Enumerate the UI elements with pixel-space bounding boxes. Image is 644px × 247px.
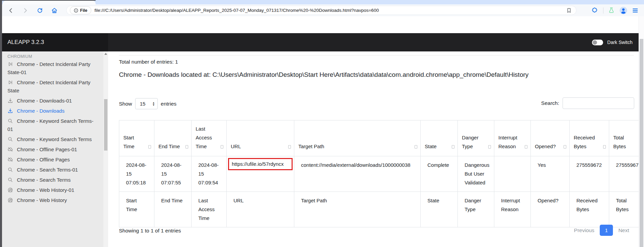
file-scheme-chip[interactable]: File [70, 7, 91, 14]
active-tab[interactable] [3, 1, 96, 4]
sidebar-item-label: Chrome - Detect Incidental Party State-0… [7, 61, 91, 75]
sidebar-item-keyword-search-terms-01[interactable]: Chrome - Keyword Search Terms-01 [7, 117, 97, 133]
scrollbar-up-arrow[interactable] [104, 53, 107, 55]
column-header-url[interactable]: URL [227, 120, 294, 156]
footer-url: URL [227, 192, 294, 227]
sidebar-item-detect-incidental-party-state-01[interactable]: Chrome - Detect Incidental Party State-0… [7, 60, 97, 76]
search-control: Search: [541, 97, 634, 109]
cell-url: https://ufile.io/57rdyncx [227, 156, 294, 192]
show-label: Show [119, 101, 132, 107]
back-icon[interactable] [7, 7, 15, 14]
column-header-received-bytes[interactable]: Received Bytes [570, 120, 609, 156]
cloud-off-icon [7, 147, 13, 152]
search-input[interactable] [563, 97, 634, 109]
sidebar-item-keyword-search-terms[interactable]: Chrome - Keyword Search Terms [7, 135, 97, 143]
downloads-table: Start Time End Time Last Access Time URL… [119, 120, 639, 227]
footer-state: State [421, 192, 458, 227]
sidebar-item-downloads-01[interactable]: Chrome - Downloads-01 [7, 97, 97, 105]
download-icon [7, 108, 13, 114]
skip-next-icon [7, 80, 13, 85]
column-header-end-time[interactable]: End Time [154, 120, 192, 156]
sidebar-item-label: Chrome - Keyword Search Terms [17, 136, 92, 142]
page-length-value: 15 [140, 101, 146, 107]
page-length-select[interactable]: 15 ▴▾ [135, 98, 158, 109]
sidebar-item-label: Chrome - Web History-01 [17, 187, 74, 193]
cell-opened: Yes [531, 156, 570, 192]
sort-icon [452, 145, 454, 149]
browser-tab-strip [0, 0, 644, 4]
extensions-puzzle-icon[interactable] [592, 7, 599, 14]
forward-icon[interactable] [22, 7, 29, 14]
chrome-icon [7, 197, 13, 203]
cell-total-bytes: 275559672 [609, 156, 639, 192]
sort-icon [564, 145, 566, 149]
footer-danger-type: Danger Type [458, 192, 494, 227]
search-label: Search: [541, 100, 559, 106]
dark-mode-toggle[interactable] [592, 40, 603, 45]
url-text[interactable]: file:///C:/Users/Administrator/Desktop/a… [95, 8, 566, 13]
total-entries-text: Total number of entries: 1 [119, 59, 178, 65]
downloads-table-wrapper: Start Time End Time Last Access Time URL… [119, 120, 639, 247]
menu-hamburger-icon[interactable] [632, 7, 639, 14]
sort-icon [525, 145, 527, 149]
sidebar-item-label: Chrome - Offline Pages-01 [17, 147, 77, 152]
main-content: Total number of entries: 1 Chrome - Down… [108, 51, 639, 247]
address-bar[interactable]: File file:///C:/Users/Administrator/Desk… [66, 6, 576, 15]
search-icon [7, 177, 13, 183]
sidebar-item-label: Chrome - Search Terms-01 [17, 167, 78, 173]
sidebar-item-web-history[interactable]: Chrome - Web History [7, 196, 97, 204]
window-scrollbar[interactable] [639, 16, 644, 247]
sidebar-item-downloads[interactable]: Chrome - Downloads [7, 107, 97, 115]
sidebar-item-label: Chrome - Search Terms [17, 177, 71, 183]
sidebar-list: Chrome - Detect Incidental Party State-0… [2, 60, 108, 206]
sidebar-item-offline-pages[interactable]: Chrome - Offline Pages [7, 156, 97, 164]
skip-next-icon [7, 61, 13, 67]
labs-flask-icon[interactable] [608, 7, 615, 14]
info-icon [74, 8, 78, 13]
next-page-button[interactable]: Next [618, 227, 629, 233]
sidebar-item-label: Chrome - Downloads [17, 108, 65, 114]
reload-icon[interactable] [36, 7, 44, 14]
page-top-gap [0, 16, 644, 33]
cell-interrupt-reason [494, 156, 531, 192]
column-header-start-time[interactable]: Start Time [119, 120, 154, 156]
current-page-button[interactable]: 1 [600, 225, 613, 236]
profile-avatar[interactable] [619, 6, 627, 15]
previous-page-button[interactable]: Previous [574, 227, 594, 233]
search-icon [7, 136, 13, 142]
search-icon [7, 118, 13, 124]
sort-icon [603, 145, 606, 149]
sidebar-item-label: Chrome - Offline Pages [17, 157, 70, 162]
sort-icon [185, 145, 188, 149]
window-scrollbar-thumb[interactable] [640, 39, 643, 247]
sidebar-item-offline-pages-01[interactable]: Chrome - Offline Pages-01 [7, 145, 97, 154]
home-icon[interactable] [51, 7, 58, 14]
content-top-divider [119, 55, 634, 55]
column-header-target-path[interactable]: Target Path [294, 120, 421, 156]
sidebar-item-web-history-01[interactable]: Chrome - Web History-01 [7, 186, 97, 194]
column-header-last-access-time[interactable]: Last Access Time [192, 120, 227, 156]
column-header-opened[interactable]: Opened? [531, 120, 570, 156]
cell-end-time: 2024-08-15 07:07:55 [154, 156, 192, 192]
app-header: ALEAPP 3.2.3 Dark Switch [0, 33, 639, 51]
sidebar-item-detect-incidental-party-state[interactable]: Chrome - Detect Incidental Party State [7, 78, 97, 95]
cell-target-path: content://media/external/downloads/10000… [294, 156, 421, 192]
sidebar-scrollbar[interactable] [103, 51, 108, 247]
cell-received-bytes: 275559672 [570, 156, 609, 192]
screen: File file:///C:/Users/Administrator/Desk… [0, 0, 644, 247]
file-chip-label: File [80, 8, 88, 13]
sidebar-scrollbar-thumb[interactable] [104, 99, 107, 151]
column-header-danger-type[interactable]: Danger Type [458, 120, 494, 156]
footer-end-time: End Time [154, 192, 192, 227]
footer-received-bytes: Received Bytes [570, 192, 609, 227]
app-header-brand-area: ALEAPP 3.2.3 [0, 33, 108, 51]
column-header-state[interactable]: State [421, 120, 458, 156]
sidebar-item-search-terms[interactable]: Chrome - Search Terms [7, 176, 97, 184]
column-header-total-bytes[interactable]: Total Bytes [609, 120, 639, 156]
footer-last-access-time: Last Access Time [192, 192, 227, 227]
cell-last-access-time: 2024-08-15 07:09:54 [192, 156, 227, 192]
column-header-interrupt-reason[interactable]: Interrupt Reason [494, 120, 531, 156]
sidebar-item-search-terms-01[interactable]: Chrome - Search Terms-01 [7, 166, 97, 174]
bookmark-icon[interactable] [566, 7, 572, 14]
footer-start-time: Start Time [119, 192, 154, 227]
